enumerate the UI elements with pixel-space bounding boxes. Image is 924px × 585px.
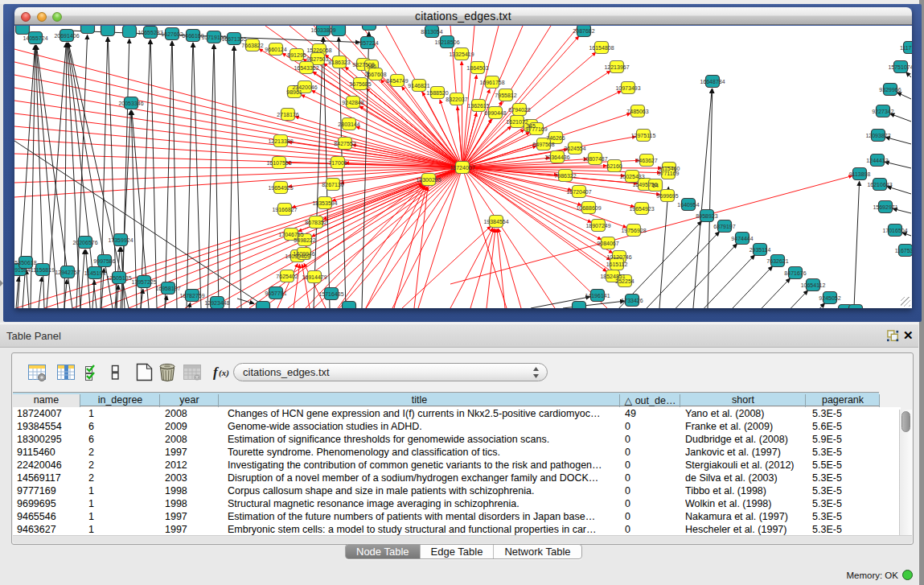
svg-text:5498222: 5498222 <box>294 237 315 243</box>
svg-text:8267130: 8267130 <box>322 182 343 187</box>
svg-text:9329966: 9329966 <box>879 87 901 93</box>
svg-text:1588520: 1588520 <box>426 90 448 96</box>
svg-text:12093872: 12093872 <box>865 133 890 138</box>
svg-text:9146821: 9146821 <box>408 83 429 89</box>
svg-text:9084067: 9084067 <box>597 241 618 246</box>
svg-text:2935114: 2935114 <box>749 247 771 253</box>
svg-text:98961: 98961 <box>286 89 302 95</box>
svg-text:12923448: 12923448 <box>204 300 229 306</box>
svg-text:17359924: 17359924 <box>108 237 133 243</box>
svg-text:10688609: 10688609 <box>576 205 601 211</box>
svg-text:17016504: 17016504 <box>882 228 907 233</box>
svg-text:15692971: 15692971 <box>873 204 897 210</box>
svg-text:19756928: 19756928 <box>621 228 646 233</box>
svg-text:8471676: 8471676 <box>784 270 806 276</box>
svg-text:16154808: 16154808 <box>589 45 614 51</box>
svg-text:17046755: 17046755 <box>278 232 303 237</box>
svg-text:7632621: 7632621 <box>766 258 788 264</box>
svg-text:8186323: 8186323 <box>328 60 350 65</box>
svg-text:6879197: 6879197 <box>713 224 735 229</box>
svg-text:3624554: 3624554 <box>564 146 585 151</box>
svg-text:746266: 746266 <box>546 135 565 141</box>
svg-text:2718176: 2718176 <box>277 112 298 117</box>
svg-text:64: 64 <box>652 183 659 188</box>
svg-text:16782759: 16782759 <box>179 293 204 299</box>
svg-text:7625402: 7625402 <box>276 274 298 279</box>
svg-text:2667608: 2667608 <box>364 72 386 77</box>
svg-text:6497568: 6497568 <box>532 142 554 147</box>
svg-text:7357224: 7357224 <box>356 40 378 46</box>
svg-text:16958107: 16958107 <box>155 286 180 291</box>
svg-text:5350618: 5350618 <box>14 260 36 266</box>
svg-text:8958923: 8958923 <box>696 213 717 219</box>
svg-text:18353594: 18353594 <box>312 200 337 206</box>
svg-text:8454749: 8454749 <box>386 78 408 84</box>
svg-text:15226058: 15226058 <box>306 47 331 53</box>
svg-text:8322037: 8322037 <box>446 97 467 102</box>
svg-text:7663822: 7663822 <box>241 43 263 48</box>
svg-text:19654925: 19654925 <box>268 185 293 191</box>
svg-text:8427552: 8427552 <box>334 141 355 146</box>
svg-text:1527602: 1527602 <box>161 31 183 37</box>
svg-text:1362615: 1362615 <box>467 103 489 109</box>
svg-text:23420046: 23420046 <box>292 84 317 90</box>
svg-text:1409946: 1409946 <box>293 251 314 257</box>
svg-text:19384554: 19384554 <box>483 219 508 225</box>
svg-text:10120746: 10120746 <box>606 254 631 260</box>
svg-text:15751074: 15751074 <box>888 64 912 70</box>
svg-text:14055724: 14055724 <box>23 35 47 41</box>
svg-text:7955812: 7955812 <box>495 93 516 98</box>
svg-text:19654923: 19654923 <box>629 206 654 212</box>
svg-text:13325419: 13325419 <box>449 51 474 57</box>
svg-text:15716485: 15716485 <box>318 291 343 297</box>
svg-text:1621072: 1621072 <box>506 119 528 125</box>
svg-text:1733426: 1733426 <box>621 298 643 303</box>
svg-text:15720407: 15720407 <box>566 189 591 195</box>
svg-text:16107553: 16107553 <box>266 160 291 166</box>
svg-text:9660124: 9660124 <box>265 47 286 52</box>
svg-text:16033809: 16033809 <box>310 27 335 33</box>
svg-text:16914479: 16914479 <box>302 274 326 280</box>
svg-text:12213967: 12213967 <box>604 64 629 70</box>
svg-text:11156819: 11156819 <box>31 267 55 273</box>
svg-text:10807487: 10807487 <box>582 156 607 162</box>
svg-text:10655287: 10655287 <box>138 30 162 35</box>
svg-text:20206576: 20206576 <box>72 240 97 245</box>
svg-text:12942757: 12942757 <box>55 270 80 275</box>
svg-text:3675685: 3675685 <box>349 81 371 87</box>
svg-text:252254: 252254 <box>615 278 634 284</box>
svg-text:9997586: 9997586 <box>93 258 115 264</box>
svg-text:1615112: 1615112 <box>606 262 628 267</box>
svg-text:1244413: 1244413 <box>866 158 888 163</box>
svg-text:17957225: 17957225 <box>131 279 156 285</box>
svg-text:546: 546 <box>367 64 376 69</box>
svg-text:9463627: 9463627 <box>635 158 657 163</box>
svg-text:9771169: 9771169 <box>658 171 680 176</box>
svg-text:891295: 891295 <box>287 52 306 58</box>
svg-text:7485063: 7485063 <box>626 109 648 114</box>
svg-text:12505135: 12505135 <box>106 275 131 281</box>
svg-text:717006: 717006 <box>328 160 347 166</box>
svg-text:9474444: 9474444 <box>731 236 753 241</box>
svg-text:20691406: 20691406 <box>54 33 79 39</box>
svg-text:6990448: 6990448 <box>484 110 506 116</box>
svg-text:2087682: 2087682 <box>573 28 594 34</box>
svg-text:(x): (x) <box>219 368 229 378</box>
svg-text:1167533: 1167533 <box>895 248 912 253</box>
svg-text:20053346: 20053346 <box>118 101 143 106</box>
svg-text:19166827: 19166827 <box>272 207 297 212</box>
svg-text:19218506: 19218506 <box>434 39 459 45</box>
svg-text:18300295: 18300295 <box>416 177 441 183</box>
svg-text:10025433: 10025433 <box>619 174 644 179</box>
svg-text:16671355: 16671355 <box>221 36 246 42</box>
svg-text:1145194: 1145194 <box>84 270 106 276</box>
svg-text:9113898: 9113898 <box>849 171 871 177</box>
svg-text:10973493: 10973493 <box>615 85 640 91</box>
svg-text:10654112: 10654112 <box>801 282 826 288</box>
svg-text:8813054: 8813054 <box>421 29 442 35</box>
svg-text:1640954: 1640954 <box>677 202 699 208</box>
svg-text:12213389: 12213389 <box>268 138 293 144</box>
svg-text:16961758: 16961758 <box>479 80 504 85</box>
svg-text:2803144: 2803144 <box>338 122 359 127</box>
svg-text:16648784: 16648784 <box>700 79 725 84</box>
